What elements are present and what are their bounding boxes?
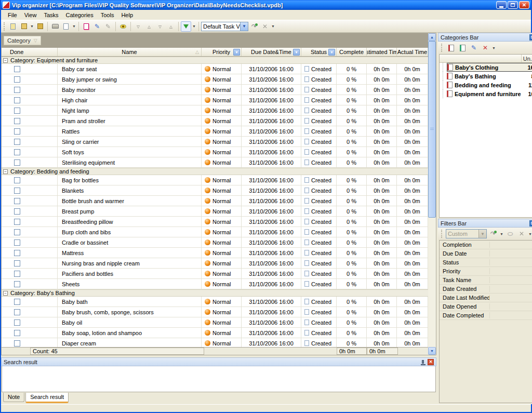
scroll-down-icon[interactable]: ▼ bbox=[428, 347, 436, 355]
filters-float-icon[interactable] bbox=[529, 220, 532, 227]
clear-filter-icon[interactable]: ⬭ bbox=[505, 229, 515, 239]
task-row[interactable]: Baby oil Normal 31/10/2006 16:00 Created… bbox=[2, 317, 428, 328]
done-checkbox[interactable] bbox=[14, 159, 20, 166]
category-list-item[interactable]: Bedding and feeding 11 11 bbox=[440, 81, 532, 89]
filter-row-date-completed[interactable]: Date Completed ▼ bbox=[440, 311, 532, 320]
task-row[interactable]: Bottle brush and warmer Normal 31/10/200… bbox=[2, 196, 428, 206]
task-row[interactable]: Blankets Normal 31/10/2006 16:00 Created… bbox=[2, 185, 428, 196]
view-task-icon[interactable] bbox=[118, 21, 128, 32]
done-checkbox[interactable] bbox=[14, 330, 20, 336]
categories-float-icon[interactable] bbox=[529, 34, 532, 41]
task-row[interactable]: Night lamp Normal 31/10/2006 16:00 Creat… bbox=[2, 105, 428, 116]
clear-view-icon[interactable]: ✕ bbox=[260, 21, 270, 32]
delete-filter-icon[interactable]: ✕ bbox=[516, 229, 527, 239]
new-subcategory-icon[interactable] bbox=[457, 43, 468, 53]
done-checkbox[interactable] bbox=[14, 188, 20, 194]
print-preview-icon[interactable] bbox=[61, 21, 71, 32]
open-database-icon[interactable] bbox=[19, 21, 29, 32]
task-row[interactable]: Sterilising equipment Normal 31/10/2006 … bbox=[2, 157, 428, 168]
combo-dropdown-icon[interactable]: ▼ bbox=[240, 22, 248, 31]
category-group-row[interactable]: − Category: Baby's Bathing bbox=[2, 289, 428, 297]
column-header-actual[interactable]: Actual Time bbox=[397, 48, 428, 56]
minimize-button[interactable] bbox=[496, 1, 507, 9]
toolbar-grip[interactable] bbox=[4, 22, 6, 31]
done-checkbox[interactable] bbox=[14, 66, 20, 72]
done-checkbox[interactable] bbox=[14, 319, 20, 326]
apply-filter-dropdown-icon[interactable]: ▼ bbox=[499, 232, 504, 236]
task-row[interactable]: Baby monitor Normal 31/10/2006 16:00 Cre… bbox=[2, 85, 428, 95]
edit-category-icon[interactable]: ✎ bbox=[469, 43, 479, 53]
status-filter-dropdown-icon[interactable]: ▼ bbox=[328, 49, 335, 56]
category-group-row[interactable]: − Category: Bedding and feeding bbox=[2, 168, 428, 175]
task-row[interactable]: Sheets Normal 31/10/2006 16:00 Created 0… bbox=[2, 279, 428, 289]
restore-button[interactable] bbox=[508, 1, 518, 9]
new-database-icon[interactable] bbox=[8, 21, 18, 32]
collapse-icon[interactable]: − bbox=[3, 291, 8, 296]
column-header-done[interactable]: Done bbox=[2, 48, 58, 56]
done-checkbox[interactable] bbox=[14, 219, 20, 225]
task-row[interactable]: Baby jumper or swing Normal 31/10/2006 1… bbox=[2, 74, 428, 85]
done-checkbox[interactable] bbox=[14, 340, 20, 347]
view-toolbar-dropdown-icon[interactable]: ▼ bbox=[271, 24, 275, 28]
done-checkbox[interactable] bbox=[14, 87, 20, 93]
close-button[interactable]: ✕ bbox=[519, 1, 529, 9]
group-by-category-button[interactable]: Category ▽ bbox=[4, 36, 41, 45]
move-down-icon[interactable]: ▿ bbox=[133, 21, 143, 32]
search-result-output[interactable] bbox=[2, 366, 436, 392]
collapse-icon[interactable]: − bbox=[3, 169, 8, 174]
print-dropdown-icon[interactable]: ▼ bbox=[72, 24, 76, 28]
category-group-row[interactable]: − Category: Equipment and furniture bbox=[2, 57, 428, 64]
filter-row-task-name[interactable]: Task Name bbox=[440, 276, 532, 285]
move-up-icon[interactable]: ▵ bbox=[144, 21, 154, 32]
table-scrollbar[interactable]: ▲ ▼ bbox=[428, 33, 436, 355]
tab-note[interactable]: Note bbox=[3, 393, 24, 402]
collapse-icon[interactable]: − bbox=[3, 58, 8, 63]
column-header-status[interactable]: Status ▼ bbox=[301, 48, 337, 56]
due-filter-dropdown-icon[interactable]: ▼ bbox=[293, 49, 300, 56]
task-row[interactable]: Breastfeeding pillow Normal 31/10/2006 1… bbox=[2, 217, 428, 227]
task-view-filter-icon[interactable] bbox=[181, 21, 191, 32]
done-checkbox[interactable] bbox=[14, 108, 20, 114]
task-row[interactable]: Mattress Normal 31/10/2006 16:00 Created… bbox=[2, 248, 428, 258]
menu-tools[interactable]: Tools bbox=[97, 11, 118, 19]
move-to-top-icon[interactable]: ▵ bbox=[166, 21, 176, 32]
done-checkbox[interactable] bbox=[14, 299, 20, 305]
scrollbar-thumb[interactable] bbox=[428, 41, 436, 218]
done-checkbox[interactable] bbox=[14, 198, 20, 204]
task-view-combo[interactable]: Default Task V ▼ bbox=[201, 22, 248, 31]
filter-row-due-date[interactable]: Due Date ▼ bbox=[440, 249, 532, 258]
done-checkbox[interactable] bbox=[14, 118, 20, 124]
task-row[interactable]: Baby brush, comb, sponge, scissors Norma… bbox=[2, 307, 428, 317]
search-close-icon[interactable]: ✕ bbox=[428, 359, 434, 365]
tab-search-result[interactable]: Search result bbox=[25, 393, 69, 403]
category-list-item[interactable]: Baby's Bathing 8 8 bbox=[440, 72, 532, 81]
done-checkbox[interactable] bbox=[14, 250, 20, 256]
filter-row-date-last-modified[interactable]: Date Last Modified ▼ bbox=[440, 294, 532, 302]
done-checkbox[interactable] bbox=[14, 76, 20, 83]
column-header-estimated[interactable]: Estimated Time bbox=[367, 48, 397, 56]
delete-category-icon[interactable]: ✕ bbox=[480, 43, 490, 53]
new-category-icon[interactable] bbox=[446, 43, 456, 53]
done-checkbox[interactable] bbox=[14, 229, 20, 235]
filter-row-date-created[interactable]: Date Created ▼ bbox=[440, 285, 532, 294]
task-row[interactable]: High chair Normal 31/10/2006 16:00 Creat… bbox=[2, 95, 428, 105]
done-checkbox[interactable] bbox=[14, 260, 20, 267]
filters-toolbar-dropdown-icon[interactable]: ▼ bbox=[528, 232, 532, 236]
filter-preset-combo[interactable]: Custom ▼ bbox=[446, 229, 487, 238]
filter-row-completion[interactable]: Completion ▼ bbox=[440, 241, 532, 249]
print-icon[interactable] bbox=[50, 21, 60, 32]
done-checkbox[interactable] bbox=[14, 149, 20, 155]
apply-view-icon[interactable]: ↷ bbox=[249, 21, 259, 32]
task-row[interactable]: Pram and stroller Normal 31/10/2006 16:0… bbox=[2, 116, 428, 126]
filter-dropdown-icon[interactable]: ▼ bbox=[192, 24, 196, 28]
task-row[interactable]: Baby soap, lotion and shampoo Normal 31/… bbox=[2, 328, 428, 338]
task-row[interactable]: Diaper cream Normal 31/10/2006 16:00 Cre… bbox=[2, 338, 428, 347]
scrollbar-track[interactable] bbox=[428, 41, 436, 347]
save-icon[interactable] bbox=[35, 21, 45, 32]
done-checkbox[interactable] bbox=[14, 177, 20, 183]
edit-task-icon[interactable]: ✎ bbox=[92, 21, 102, 32]
move-to-bottom-icon[interactable]: ▿ bbox=[155, 21, 165, 32]
task-row[interactable]: Baby car seat Normal 31/10/2006 16:00 Cr… bbox=[2, 64, 428, 74]
task-row[interactable]: Breast pump Normal 31/10/2006 16:00 Crea… bbox=[2, 206, 428, 217]
task-row[interactable]: Burp cloth and bibs Normal 31/10/2006 16… bbox=[2, 227, 428, 237]
